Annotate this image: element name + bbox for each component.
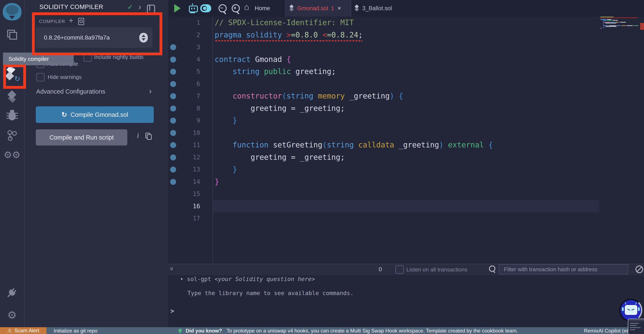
line-number: 6	[181, 78, 200, 90]
gutter-dot[interactable]	[170, 105, 176, 111]
solidity-compiler-tooltip: Solidity compiler	[3, 52, 74, 65]
gutter-dot[interactable]	[170, 69, 176, 75]
code-line[interactable]: greeting = _greeting;	[215, 102, 345, 115]
panel-title: SOLIDITY COMPILER	[40, 3, 103, 10]
code-line[interactable]: function setGreeting(string calldata _gr…	[215, 139, 493, 151]
line-number: 13	[181, 163, 200, 176]
gutter-dot[interactable]	[170, 118, 176, 124]
remix-ai-robot-icon[interactable]	[188, 3, 197, 13]
gutter-dot[interactable]	[170, 57, 176, 62]
tab-close-icon[interactable]: ×	[338, 5, 341, 12]
current-line-highlight	[213, 200, 599, 213]
pin-panel-icon[interactable]	[147, 5, 155, 13]
zoom-in-icon[interactable]: +	[232, 4, 240, 12]
hide-warnings-checkbox[interactable]	[36, 73, 45, 81]
warning-icon: ⚠	[7, 328, 12, 334]
line-number: 12	[181, 151, 200, 164]
line-number: 8	[181, 102, 200, 115]
license-icon[interactable]	[78, 18, 84, 25]
init-git-repo-button[interactable]: Initialize as git repo	[54, 328, 97, 334]
sidebar-item-file-explorer[interactable]	[0, 30, 24, 39]
minimap[interactable]	[600, 16, 638, 72]
line-number: 5	[181, 65, 200, 78]
code-line[interactable]: greeting = _greeting;	[215, 151, 345, 164]
info-icon[interactable]: i	[137, 131, 139, 140]
scam-alert-label: Scam Alert	[14, 328, 39, 334]
zoom-out-icon[interactable]: −	[218, 4, 226, 12]
line-number: 11	[181, 139, 200, 151]
files-icon	[7, 30, 17, 39]
add-compiler-icon[interactable]: +	[69, 16, 73, 25]
code-line[interactable]: }	[215, 176, 219, 188]
bug-icon	[8, 111, 16, 120]
terminal-search-icon[interactable]	[489, 266, 495, 272]
scrollbar-error-marker	[640, 23, 644, 30]
code-line[interactable]: constructor(string memory _greeting) {	[215, 90, 403, 102]
line-number: 7	[181, 90, 200, 102]
include-nightly-checkbox[interactable]	[84, 53, 92, 62]
gutter-dot[interactable]	[170, 179, 176, 185]
remix-ai-assistant-bubble[interactable]	[619, 299, 642, 322]
transaction-count-badge: 0	[379, 266, 382, 273]
line-number: 9	[181, 114, 200, 127]
gutter-dot[interactable]	[170, 154, 176, 160]
lightbulb-icon	[178, 329, 182, 332]
panel-forward-icon[interactable]: ›	[138, 2, 141, 12]
did-you-know-text: To prototype on a uniswap v4 hooks, you …	[226, 328, 518, 334]
gutter-dot[interactable]	[170, 81, 176, 87]
advanced-configurations[interactable]: Advanced Configurations	[36, 88, 105, 95]
copy-icon[interactable]	[146, 133, 152, 140]
error-squiggle	[215, 40, 362, 41]
minimap-row	[600, 17, 638, 18]
compile-and-run-label: Compile and Run script	[50, 134, 114, 141]
remix-logo[interactable]	[0, 3, 24, 20]
sidebar-item-settings[interactable]: ⚙	[0, 309, 24, 321]
code-line[interactable]: }	[215, 163, 237, 176]
line-number: 3	[181, 41, 200, 53]
run-script-play-button[interactable]	[174, 4, 180, 12]
line-number: 2	[181, 29, 200, 41]
transaction-filter-input[interactable]	[499, 264, 628, 275]
tab-3-ballot-sol[interactable]: 3_Ballot.sol	[351, 0, 403, 16]
tab-gmonad-sol[interactable]: Gmonad.sol 1 ×	[285, 0, 351, 16]
compile-refresh-icon: ↻	[61, 111, 67, 119]
terminal-prompt[interactable]: >	[170, 307, 174, 315]
sidebar-item-plugin-manager[interactable]	[0, 289, 24, 297]
home-icon[interactable]: ⌂	[244, 2, 249, 12]
sidebar-item-debugger[interactable]	[0, 111, 24, 120]
sidebar-item-deploy-run[interactable]	[0, 91, 24, 103]
copilot-robot-face-icon	[625, 305, 637, 315]
code-line[interactable]: // SPDX-License-Identifier: MIT	[215, 16, 354, 29]
gears-icon: ⚙⚙	[4, 149, 20, 160]
terminal-line-solgpt: • sol-gpt <your Solidity question here>	[180, 276, 315, 282]
tab-home[interactable]: Home	[255, 5, 270, 12]
did-you-know-label: Did you know?	[186, 328, 222, 334]
copilot-toggle-icon[interactable]	[200, 4, 211, 12]
clear-console-icon[interactable]	[636, 266, 643, 273]
gutter-dot[interactable]	[170, 44, 176, 50]
advanced-chevron-icon[interactable]: ›	[149, 87, 152, 96]
compiler-version-select[interactable]: 0.8.26+commit.8a97fa7a	[36, 27, 152, 48]
status-bar: ⚠ Scam Alert Initialize as git repo Did …	[0, 327, 644, 334]
terminal-line-library-hint: Type the library name to see available c…	[188, 290, 354, 296]
code-line[interactable]: pragma solidity >=0.8.0 <=0.8.24;	[215, 29, 363, 41]
code-line[interactable]: contract Gmonad {	[215, 53, 291, 66]
compile-button[interactable]: ↻ Compile Gmonad.sol	[36, 106, 154, 123]
line-number: 15	[181, 188, 200, 200]
settings-gear-icon: ⚙	[7, 309, 17, 321]
compile-and-run-button[interactable]: Compile and Run script	[36, 129, 127, 145]
listen-all-transactions-checkbox[interactable]	[395, 265, 404, 274]
sidebar-item-git[interactable]	[0, 130, 24, 141]
sidebar-item-plugin-playground[interactable]: ⚙⚙	[0, 149, 24, 160]
gutter-dot[interactable]	[170, 142, 176, 148]
code-line[interactable]: string public greeting;	[215, 65, 336, 78]
scam-alert-button[interactable]: ⚠ Scam Alert	[0, 327, 46, 334]
gutter-divider	[212, 16, 213, 264]
gutter-dot[interactable]	[170, 167, 176, 173]
code-line[interactable]: }	[215, 114, 237, 127]
terminal-expand-icon[interactable]: »	[168, 267, 176, 270]
listen-all-transactions-label: Listen on all transactions	[406, 266, 467, 273]
gutter-dot[interactable]	[170, 130, 176, 136]
gutter-dot[interactable]	[170, 93, 176, 99]
tab-label: Gmonad.sol	[297, 5, 328, 12]
